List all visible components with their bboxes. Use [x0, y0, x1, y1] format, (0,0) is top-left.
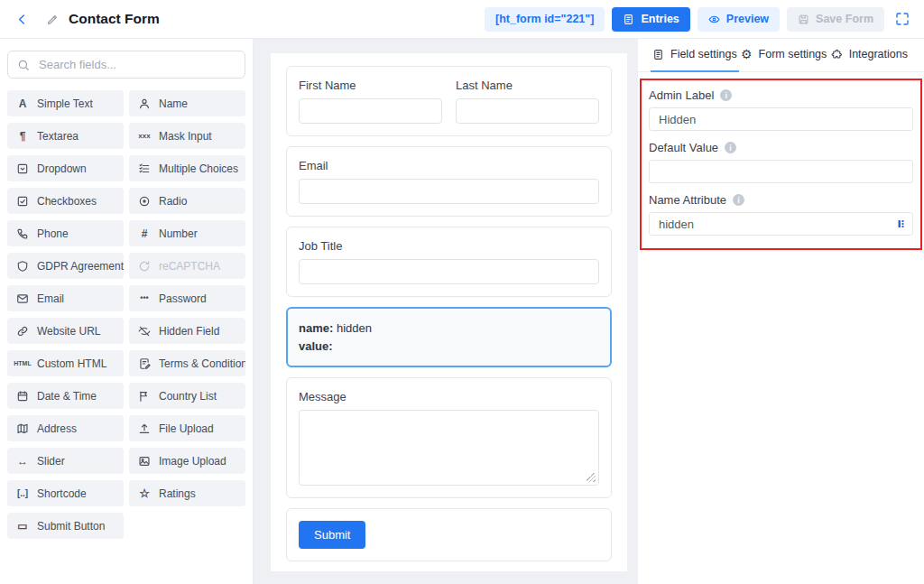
upload-icon	[137, 422, 152, 435]
field-item-label: Website URL	[37, 325, 100, 338]
preview-button[interactable]: Preview	[698, 7, 780, 32]
field-item-website-url[interactable]: Website URL	[7, 318, 124, 344]
name-attribute-label: Name Attribute	[649, 193, 726, 207]
email-input[interactable]	[299, 179, 599, 204]
name-attribute-input[interactable]	[649, 212, 913, 236]
field-item-checkboxes[interactable]: Checkboxes	[7, 188, 124, 214]
form-block-hidden-field-selected[interactable]: name: hidden value:	[286, 307, 612, 367]
checkbox-icon	[15, 195, 30, 208]
name-attribute-group: Name Attribute i	[649, 193, 913, 236]
field-item-date-time[interactable]: Date & Time	[7, 383, 124, 409]
hidden-field-name-line: name: hidden	[299, 320, 599, 338]
tab-field-settings[interactable]: Field settings	[651, 39, 739, 72]
message-textarea[interactable]	[299, 410, 599, 486]
field-item-multiple-choices[interactable]: Multiple Choices	[129, 155, 245, 181]
search-icon	[17, 59, 30, 71]
admin-label-input[interactable]	[649, 107, 913, 131]
field-item-email[interactable]: Email	[7, 285, 124, 311]
field-item-label: File Upload	[159, 422, 214, 435]
form-builder-app: Contact Form [ht_form id="221"] Entries …	[0, 0, 924, 584]
field-item-phone[interactable]: Phone	[7, 220, 124, 246]
info-icon[interactable]: i	[720, 89, 732, 101]
first-name-label: First Name	[299, 79, 442, 92]
field-item-mask-input[interactable]: xxxMask Input	[129, 123, 245, 149]
button-icon: ▭	[15, 521, 30, 532]
email-label: Email	[299, 159, 599, 172]
user-icon	[137, 97, 152, 110]
slider-icon: ↔	[15, 456, 30, 467]
hidden-field-value-line: value:	[299, 338, 599, 356]
field-item-address[interactable]: Address	[7, 415, 124, 441]
header: Contact Form [ht_form id="221"] Entries …	[0, 0, 924, 39]
form-block-email[interactable]: Email	[286, 146, 612, 217]
fullscreen-icon[interactable]	[895, 12, 910, 26]
field-item-password[interactable]: •••Password	[129, 285, 245, 311]
field-item-label: Simple Text	[37, 97, 93, 110]
field-item-country-list[interactable]: Country List	[129, 383, 245, 409]
tab-integrations[interactable]: Integrations	[829, 39, 910, 72]
search-box	[7, 51, 245, 79]
html-icon: HTML	[15, 360, 30, 366]
search-fields-input[interactable]	[37, 57, 236, 72]
info-icon[interactable]: i	[725, 142, 736, 153]
default-value-group: Default Value i	[649, 141, 913, 183]
field-item-radio[interactable]: Radio	[129, 188, 245, 214]
field-item-file-upload[interactable]: File Upload	[129, 415, 245, 441]
info-icon[interactable]: i	[733, 194, 744, 206]
submit-button[interactable]: Submit	[299, 521, 365, 549]
shortcode-chip[interactable]: [ht_form id="221"]	[485, 7, 605, 32]
message-label: Message	[299, 390, 599, 403]
form-block-job-title[interactable]: Job Title	[286, 227, 612, 297]
first-name-input[interactable]	[299, 98, 442, 124]
settings-panel: Field settings⚙Form settingsIntegrations…	[638, 39, 924, 584]
back-icon[interactable]	[14, 12, 30, 27]
form-block-name[interactable]: First Name Last Name	[286, 66, 612, 136]
field-item-label: Password	[159, 292, 207, 305]
default-value-input[interactable]	[649, 160, 913, 183]
field-item-label: Textarea	[37, 130, 79, 143]
field-item-simple-text[interactable]: ASimple Text	[7, 90, 124, 116]
field-item-label: Number	[159, 227, 198, 240]
field-item-textarea[interactable]: ¶Textarea	[7, 123, 124, 149]
resize-handle-icon[interactable]	[587, 473, 596, 482]
field-item-recaptcha[interactable]: reCAPTCHA	[129, 253, 245, 279]
field-item-label: Email	[37, 292, 64, 305]
field-item-ratings[interactable]: ☆Ratings	[129, 480, 245, 506]
field-item-shortcode[interactable]: [..]Shortcode	[7, 480, 124, 506]
last-name-input[interactable]	[456, 98, 599, 124]
multi-list-icon	[137, 162, 152, 175]
tab-label: Field settings	[670, 48, 737, 60]
dropdown-icon	[15, 162, 30, 175]
form-block-submit[interactable]: Submit	[286, 508, 612, 561]
entries-button[interactable]: Entries	[612, 7, 689, 32]
field-item-submit-button[interactable]: ▭Submit Button	[7, 513, 124, 539]
job-title-input[interactable]	[299, 259, 599, 284]
edit-title-icon[interactable]	[46, 13, 60, 26]
form-block-message[interactable]: Message	[286, 377, 612, 498]
field-item-slider[interactable]: ↔Slider	[7, 448, 124, 474]
image-icon	[137, 455, 152, 468]
field-item-label: Radio	[159, 195, 187, 208]
tab-label: Integrations	[849, 48, 908, 60]
field-item-hidden-field[interactable]: Hidden Field	[129, 318, 245, 344]
tab-form-settings[interactable]: ⚙Form settings	[739, 39, 828, 72]
star-icon: ☆	[137, 487, 152, 499]
canvas-panel: First Name Last Name Email Job Title	[271, 53, 627, 571]
field-item-dropdown[interactable]: Dropdown	[7, 155, 124, 181]
field-item-terms-conditions[interactable]: Terms & Conditions	[129, 350, 245, 376]
link-icon	[15, 325, 30, 338]
field-item-gdpr-agreement[interactable]: GDPR Agreement	[7, 253, 124, 279]
field-item-number[interactable]: #Number	[129, 220, 245, 246]
job-title-label: Job Title	[299, 239, 599, 253]
field-item-label: Dropdown	[37, 162, 87, 175]
field-item-name[interactable]: Name	[129, 90, 245, 116]
radio-icon	[137, 195, 152, 208]
puzzle-icon	[831, 49, 843, 60]
smart-tag-icon[interactable]	[896, 218, 907, 229]
save-form-button[interactable]: Save Form	[787, 7, 884, 32]
field-item-image-upload[interactable]: Image Upload	[129, 448, 245, 474]
field-item-label: Multiple Choices	[159, 162, 238, 175]
field-item-custom-html[interactable]: HTMLCustom HTML	[7, 350, 124, 376]
field-item-label: Custom HTML	[37, 357, 106, 370]
page-title: Contact Form	[69, 11, 160, 27]
